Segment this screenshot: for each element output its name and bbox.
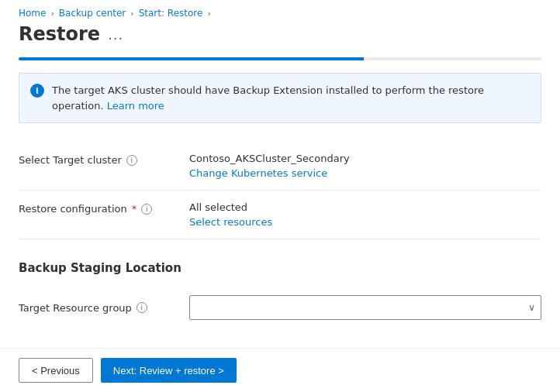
info-icon: i (30, 84, 44, 98)
breadcrumb: Home › Backup center › Start: Restore › (19, 0, 541, 23)
cluster-name-text: Contoso_AKSCluster_Secondary (189, 153, 541, 164)
progress-bar-fill (19, 57, 364, 60)
breadcrumb-sep-3: › (207, 9, 210, 19)
previous-button[interactable]: < Previous (19, 358, 93, 383)
all-selected-text: All selected (189, 201, 541, 213)
resource-group-label: Target Resource group i (19, 302, 189, 314)
breadcrumb-backup-center[interactable]: Backup center (59, 8, 126, 19)
resource-group-info-icon[interactable]: i (137, 302, 147, 313)
restore-config-label: Restore configuration * i (19, 201, 189, 215)
resource-group-row: Target Resource group i ∨ (19, 287, 541, 331)
breadcrumb-home[interactable]: Home (19, 8, 46, 19)
breadcrumb-sep-1: › (50, 9, 54, 19)
breadcrumb-start-restore[interactable]: Start: Restore (139, 8, 203, 19)
select-resources-link[interactable]: Select resources (189, 216, 272, 228)
footer: < Previous Next: Review + restore > (0, 348, 560, 392)
target-cluster-info-icon[interactable]: i (126, 155, 137, 166)
restore-config-info-icon[interactable]: i (141, 204, 152, 215)
staging-section-title: Backup Staging Location (19, 261, 541, 275)
more-options-icon[interactable]: ... (108, 26, 123, 43)
required-indicator: * (132, 203, 137, 215)
next-button[interactable]: Next: Review + restore > (101, 358, 237, 383)
learn-more-link[interactable]: Learn more (107, 100, 164, 112)
restore-config-row: Restore configuration * i All selected S… (19, 191, 541, 239)
resource-group-dropdown-wrapper: ∨ (189, 295, 541, 320)
staging-section: Backup Staging Location Target Resource … (19, 261, 541, 331)
form-section: Select Target cluster i Contoso_AKSClust… (19, 142, 541, 239)
restore-config-value: All selected Select resources (189, 201, 541, 228)
info-banner: i The target AKS cluster should have Bac… (19, 73, 541, 123)
info-banner-text: The target AKS cluster should have Backu… (52, 83, 530, 113)
progress-bar (19, 57, 541, 60)
breadcrumb-sep-2: › (130, 9, 133, 19)
resource-group-select[interactable] (189, 295, 541, 320)
target-cluster-value: Contoso_AKSCluster_Secondary Change Kube… (189, 153, 541, 179)
change-kubernetes-link[interactable]: Change Kubernetes service (189, 167, 327, 179)
target-cluster-label: Select Target cluster i (19, 153, 189, 166)
page-title: Restore (19, 23, 100, 45)
target-cluster-row: Select Target cluster i Contoso_AKSClust… (19, 142, 541, 191)
